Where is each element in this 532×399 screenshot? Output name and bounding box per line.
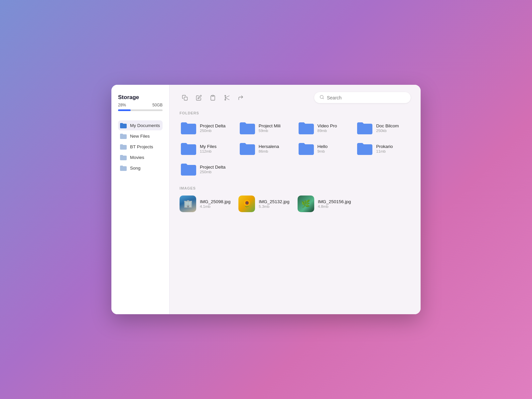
sidebar-item-song[interactable]: Song [118, 163, 163, 173]
paste-button[interactable] [207, 92, 218, 103]
image-size: 4.1mb [200, 204, 230, 208]
search-bar[interactable] [314, 92, 411, 103]
folder-icon-large [299, 122, 314, 134]
folder-item-info: Doc Bilcom 250kb [376, 123, 399, 133]
image-name: IMG_25132.jpg [259, 199, 289, 204]
sidebar: Storage 28% 50GB My Documents [111, 85, 170, 314]
folder-icon-large [299, 142, 314, 155]
image-item[interactable]: 🌿 IMG_250156.jpg 4.8mb [298, 196, 351, 212]
folder-item-info: Video Pro 89mb [318, 123, 337, 133]
toolbar [180, 92, 411, 103]
image-size: 4.8mb [318, 204, 351, 208]
folder-item-info: My Files 112mb [200, 144, 216, 153]
storage-used: 28% [118, 103, 126, 107]
folder-item-info: Prokario 11mb [376, 144, 393, 153]
image-item-info: IMG_25132.jpg 5.3mb [259, 199, 289, 208]
folder-item[interactable]: Hersalena 86mb [238, 141, 293, 156]
folder-name: Video Pro [318, 123, 337, 128]
image-size: 5.3mb [259, 204, 289, 208]
folder-icon-large [240, 142, 255, 155]
image-thumbnail: 🏢 [180, 196, 196, 212]
folder-item[interactable]: Hello 9mb [297, 141, 352, 156]
folder-name: Hello [318, 144, 328, 149]
svg-rect-0 [184, 97, 188, 100]
share-button[interactable] [235, 92, 246, 103]
folder-icon-large [357, 142, 372, 155]
image-item[interactable]: 🏢 IMG_25098.jpg 4.1mb [180, 196, 230, 212]
copy-button[interactable] [180, 92, 190, 103]
image-name: IMG_25098.jpg [200, 199, 230, 204]
sidebar-item-movies[interactable]: Movies [118, 152, 163, 162]
folder-icon-large [181, 163, 196, 176]
images-section-label: IMAGES [180, 186, 411, 190]
folder-size: 250mb [200, 129, 225, 133]
folder-item-info: Hello 9mb [318, 144, 328, 153]
folder-size: 250mb [200, 170, 225, 174]
folder-size: 112mb [200, 149, 216, 153]
svg-line-8 [323, 98, 324, 99]
folder-icon-large [181, 142, 196, 155]
folder-icon-large [357, 122, 372, 134]
app-window: Storage 28% 50GB My Documents [111, 85, 421, 314]
image-thumbnail: 🌻 [238, 196, 255, 212]
folder-item-info: Project Mili 59mb [259, 123, 281, 133]
folder-icon [120, 155, 127, 160]
toolbar-actions [180, 92, 246, 103]
sidebar-item-bt-projects[interactable]: BT Projects [118, 142, 163, 152]
folder-size: 250kb [376, 129, 399, 133]
folder-size: 89mb [318, 129, 337, 133]
nav-label-new-files: New Files [130, 134, 150, 139]
folder-item[interactable]: Project Mili 59mb [238, 120, 293, 136]
folder-item[interactable]: Project Delta 250mb [180, 120, 234, 136]
folder-item[interactable]: Project Delta 250mb [180, 162, 234, 177]
folder-name: Hersalena [259, 144, 279, 149]
sidebar-item-new-files[interactable]: New Files [118, 131, 163, 141]
folder-name: Project Delta [200, 123, 225, 128]
cut-button[interactable] [221, 92, 232, 103]
folders-grid: Project Delta 250mb Project Mili 59mb [180, 120, 411, 177]
folder-item[interactable]: Video Pro 89mb [297, 120, 352, 136]
folder-size: 59mb [259, 129, 281, 133]
main-content: FOLDERS Project Delta 250mb Project Mili [170, 85, 421, 314]
folder-item[interactable]: My Files 112mb [180, 141, 234, 156]
image-thumbnail: 🌿 [298, 196, 314, 212]
folder-icon [120, 165, 127, 171]
storage-title: Storage [118, 94, 163, 101]
folder-name: Prokario [376, 144, 393, 149]
folder-name: Project Mili [259, 123, 281, 128]
sidebar-item-my-documents[interactable]: My Documents [118, 120, 163, 130]
folder-icon-large [240, 122, 255, 134]
nav-label-movies: Movies [130, 155, 144, 160]
folder-item[interactable]: Doc Bilcom 250kb [356, 120, 411, 136]
folder-icon-large [181, 122, 196, 134]
nav-label-song: Song [130, 166, 141, 171]
folder-icon [120, 133, 127, 139]
images-grid: 🏢 IMG_25098.jpg 4.1mb 🌻 IMG_25132.jpg 5.… [180, 196, 411, 212]
nav-label-my-documents: My Documents [130, 123, 160, 128]
images-section: IMAGES 🏢 IMG_25098.jpg 4.1mb 🌻 [180, 186, 411, 212]
folder-name: Doc Bilcom [376, 123, 399, 128]
folder-item-info: Project Delta 250mb [200, 123, 225, 133]
storage-stats: 28% 50GB [118, 103, 163, 107]
search-input[interactable] [327, 95, 405, 100]
storage-bar-track [118, 109, 163, 111]
folder-icon [120, 123, 127, 128]
search-icon [320, 95, 324, 100]
image-item-info: IMG_25098.jpg 4.1mb [200, 199, 230, 208]
folder-item-info: Hersalena 86mb [259, 144, 279, 153]
folder-size: 86mb [259, 149, 279, 153]
nav-label-bt-projects: BT Projects [130, 144, 153, 149]
folder-name: Project Delta [200, 165, 225, 170]
sidebar-nav: My Documents New Files BT Projects [118, 120, 163, 173]
folder-icon [120, 144, 127, 149]
image-item[interactable]: 🌻 IMG_25132.jpg 5.3mb [238, 196, 289, 212]
folder-item[interactable]: Prokario 11mb [356, 141, 411, 156]
storage-bar-fill [118, 109, 131, 111]
storage-total: 50GB [152, 103, 163, 107]
svg-rect-1 [212, 95, 214, 96]
edit-button[interactable] [194, 92, 204, 103]
folder-name: My Files [200, 144, 216, 149]
image-name: IMG_250156.jpg [318, 199, 351, 204]
folder-size: 11mb [376, 149, 393, 153]
image-item-info: IMG_250156.jpg 4.8mb [318, 199, 351, 208]
